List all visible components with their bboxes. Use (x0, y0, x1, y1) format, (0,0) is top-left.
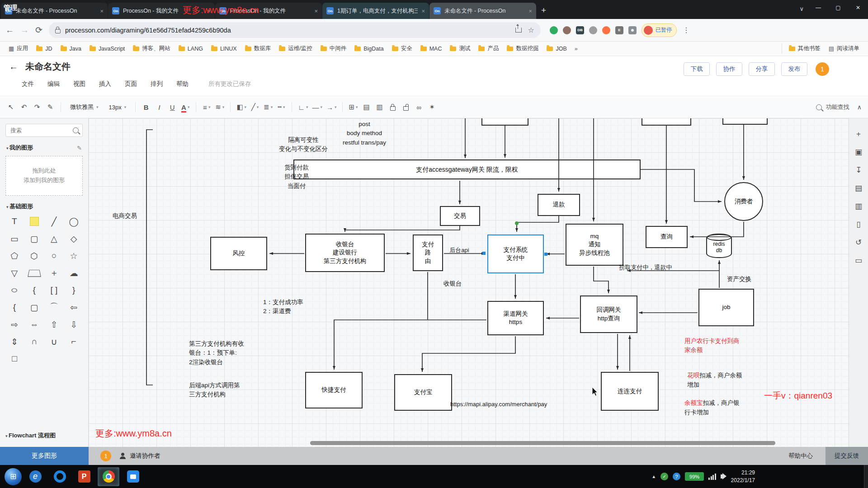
diamond-shape[interactable]: ◇ (66, 232, 81, 245)
feature-find-button[interactable]: 功能查找 (826, 103, 849, 111)
bookmark-item[interactable]: 博客、网站 (129, 43, 175, 54)
small-circle-shape[interactable]: ○ (47, 249, 61, 263)
curly-brace-shape[interactable]: { (7, 300, 22, 314)
bookmark-item[interactable]: 测试 (446, 43, 474, 54)
partial-node[interactable] (642, 118, 691, 126)
arrow-double-shape[interactable]: ⇔ (27, 318, 42, 331)
system-clock[interactable]: 21:29 2022/1/17 (731, 469, 755, 484)
invite-collaborator-button[interactable]: 邀请协作者 (130, 452, 160, 460)
help-tray-icon[interactable]: ? (673, 473, 680, 480)
bookmark-item[interactable]: 数据库 (241, 43, 275, 54)
rect-shape[interactable]: ▭ (7, 232, 22, 245)
extension-icon-5[interactable] (602, 26, 610, 34)
hexagon-shape[interactable]: ⬡ (27, 249, 42, 263)
user-avatar[interactable]: 1 (816, 62, 829, 76)
label-fetch[interactable]: 捞取支付中，退款中 (612, 263, 679, 272)
shape-search[interactable] (5, 124, 83, 137)
menu-item[interactable]: 视图 (73, 80, 85, 88)
circle-shape[interactable]: ◯ (66, 215, 81, 228)
node-gateway[interactable]: 支付accessgateway网关 限流，限权 (293, 160, 641, 179)
bookmark-star-icon[interactable]: ☆ (528, 26, 534, 34)
plaque-shape[interactable]: ▢ (27, 300, 42, 314)
pages-icon[interactable]: ▥ (855, 202, 862, 210)
label-backend[interactable]: 后端api方式调用第 三方支付机构 (189, 381, 268, 399)
header-action-button[interactable]: 分享 (749, 62, 775, 76)
document-title[interactable]: 未命名文件 (25, 61, 71, 73)
align-objects-button[interactable]: ⊞▾ (349, 101, 358, 113)
node-trade[interactable]: 交易 (440, 206, 480, 226)
extension-e-icon[interactable]: E (615, 26, 623, 34)
arrow-right-shape[interactable]: ⇨ (7, 318, 22, 331)
font-color-button[interactable]: A▾ (181, 101, 190, 113)
extension-icon-1[interactable] (550, 26, 558, 34)
text-shape[interactable]: T (7, 215, 22, 228)
start-button[interactable]: ⊞ (5, 468, 22, 485)
menu-item[interactable]: 文件 (22, 80, 34, 88)
oval-shape[interactable]: ○ (7, 283, 22, 297)
reload-icon[interactable]: ⟳ (35, 25, 42, 35)
node-redis[interactable]: redis db (706, 234, 732, 258)
label-rate[interactable]: 1：支付成功率 2：渠道费 (263, 298, 329, 316)
lock-button[interactable] (388, 101, 397, 113)
connector-line-button[interactable]: —▾ (312, 101, 322, 113)
collapse-toolbar-icon[interactable]: ∧ (857, 103, 862, 111)
export-icon[interactable]: ↧ (855, 166, 862, 174)
search-input[interactable] (9, 127, 70, 134)
taskbar-app-2[interactable] (49, 467, 71, 486)
browser-menu-icon[interactable]: ⋮ (683, 26, 690, 34)
header-action-button[interactable]: 协作 (716, 62, 742, 76)
bookmark-item[interactable]: MAC (416, 44, 446, 53)
bookmark-item[interactable]: JOB (542, 44, 571, 53)
other-bookmarks[interactable]: 其他书签 (785, 43, 825, 54)
arrow-updown-shape[interactable]: ⇕ (7, 335, 22, 348)
cloud-shape[interactable]: ☁ (66, 266, 81, 280)
new-tab-button[interactable]: + (541, 5, 546, 15)
line-shape[interactable]: ╱ (47, 215, 61, 228)
node-channel-gateway[interactable]: 渠道网关 https (487, 301, 544, 335)
clipboard-icon[interactable]: ▤ (855, 184, 862, 192)
bookmark-item[interactable]: 安全 (388, 43, 416, 54)
reading-list[interactable]: ▤ 阅读清单 (825, 43, 863, 54)
label-backapi[interactable]: 后台api (445, 246, 473, 255)
note-yuebao[interactable]: 余额宝扣减，商户银 行卡增加 (684, 389, 761, 417)
arch-up-shape[interactable]: ∩ (27, 335, 42, 348)
taskbar-app-powerpoint[interactable]: P (73, 467, 95, 486)
profile-chip[interactable]: 已暂停 (642, 23, 677, 37)
back-to-files-button[interactable]: ← (9, 61, 18, 72)
fill-color-button[interactable]: ◧▾ (236, 101, 246, 113)
label-alipay-url[interactable]: https://mapi.alipay.com/merchant/pay (450, 400, 599, 409)
bookmark-item[interactable]: 中间件 (316, 43, 351, 54)
node-mq[interactable]: mq 通知 异步线程池 (566, 224, 623, 266)
header-action-button[interactable]: 发布 (781, 62, 807, 76)
redo-icon[interactable]: ↷ (33, 101, 42, 113)
arc-shape[interactable]: ⌒ (47, 300, 61, 314)
underline-button[interactable]: U (168, 101, 177, 113)
basic-shapes-title[interactable]: 基础图形 (6, 202, 33, 211)
menu-item[interactable]: 排列 (151, 80, 163, 88)
partial-node[interactable] (722, 118, 768, 125)
tab-close-icon[interactable]: × (421, 8, 425, 14)
bookmark-item[interactable]: Java (57, 44, 85, 53)
frame-icon[interactable]: ▣ (855, 148, 862, 156)
lock-icon[interactable] (55, 29, 61, 33)
hidden-icons-arrow[interactable]: ▲ (651, 474, 656, 479)
bookmark-item[interactable]: BigData (350, 44, 387, 53)
line-height-button[interactable]: ≋▾ (215, 101, 224, 113)
taskbar-app-ie[interactable]: e (24, 467, 46, 486)
brace-left-shape[interactable]: { (27, 283, 42, 297)
connector-shape-button[interactable]: ∟▾ (298, 101, 308, 113)
square-shape[interactable]: □ (7, 352, 22, 366)
format-painter-icon[interactable]: ✎ (46, 101, 55, 113)
line-style-button[interactable]: ┅▾ (277, 101, 286, 113)
inverted-triangle-shape[interactable]: ▽ (7, 266, 22, 280)
brace-right-shape[interactable]: } (66, 283, 81, 297)
my-shapes-title[interactable]: 我的图形 (6, 144, 33, 152)
tab-close-icon[interactable]: × (528, 8, 532, 14)
trapezoid-shape[interactable] (27, 266, 42, 280)
bookmark-item[interactable]: LINUX (207, 44, 241, 53)
bookmark-item[interactable]: 数据挖掘 (503, 43, 542, 54)
menu-item[interactable]: 插入 (99, 80, 111, 88)
arch-down-shape[interactable]: ∪ (47, 335, 61, 348)
undo-icon[interactable]: ↶ (19, 101, 28, 113)
partial-node[interactable] (481, 118, 528, 126)
